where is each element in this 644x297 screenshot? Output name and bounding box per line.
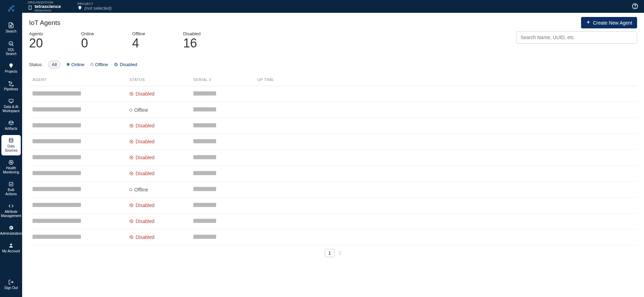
table-row[interactable]: Disabled (29, 198, 637, 214)
sidebar-item-pipelines[interactable]: Pipelines (1, 78, 21, 94)
agent-name-redacted (33, 171, 81, 175)
stat-online-value: 0 (81, 36, 94, 50)
agent-name-redacted (33, 91, 81, 96)
plus-icon (586, 20, 591, 26)
help-icon[interactable] (632, 3, 638, 10)
col-status[interactable]: STATUS (129, 78, 193, 82)
box-icon (8, 120, 14, 126)
table-row[interactable]: Offline (29, 102, 637, 118)
filter-label: Status (29, 62, 42, 67)
sidebar-item-my-account[interactable]: My Account (1, 240, 21, 256)
col-uptime[interactable]: UP TIME (257, 78, 634, 82)
online-dot-icon (67, 63, 70, 66)
status-filter: Status All Online Offline Disabled (29, 61, 637, 69)
serial-redacted (193, 219, 216, 223)
status-disabled-badge: Disabled (129, 155, 154, 160)
svg-point-28 (635, 7, 635, 8)
sidebar-item-attribute-management[interactable]: Attribute Management (1, 200, 21, 221)
project-value: (not selected) (84, 6, 112, 11)
stat-agents-label: Agents (29, 31, 43, 36)
status-disabled-badge: Disabled (129, 218, 154, 224)
col-agent[interactable]: AGENT (33, 78, 129, 82)
status-disabled-badge: Disabled (129, 234, 154, 240)
svg-point-20 (10, 244, 12, 245)
sidebar-item-artifacts[interactable]: Artifacts (1, 117, 21, 134)
stat-disabled: Disabled 16 (183, 31, 201, 50)
svg-line-44 (130, 204, 133, 206)
ban-icon (114, 63, 118, 66)
table-row[interactable]: Disabled (29, 230, 637, 245)
svg-line-6 (11, 8, 12, 10)
heartbeat-icon (8, 160, 14, 165)
svg-line-10 (12, 45, 13, 46)
svg-line-8 (11, 26, 12, 27)
search-input[interactable] (516, 31, 637, 44)
sidebar-item-label: Data Sources (2, 144, 20, 153)
stat-agents: Agents 20 (29, 31, 43, 50)
sidebar-item-label: SQL Search (2, 48, 20, 56)
sidebar-item-label: Bulk Actions (2, 188, 20, 196)
sidebar-item-bulk-actions[interactable]: Bulk Actions (1, 179, 21, 199)
sidebar-item-projects[interactable]: Projects (1, 60, 21, 76)
gear-icon (8, 225, 14, 231)
svg-line-36 (130, 124, 133, 127)
serial-redacted (193, 187, 216, 191)
sql-search-icon: Q (8, 40, 14, 47)
sidebar-item-sql-search[interactable]: Q SQL Search (1, 38, 21, 59)
agent-name-redacted (33, 139, 81, 143)
file-search-icon (8, 22, 14, 28)
sidebar-item-health-monitoring[interactable]: Health Monitoring (1, 157, 21, 177)
pagination: 1 2 (29, 245, 637, 257)
stat-online-label: Online (81, 31, 94, 36)
create-new-agent-button[interactable]: Create New Agent (581, 17, 637, 28)
agent-name-redacted (33, 155, 81, 159)
agent-name-redacted (33, 235, 81, 239)
sidebar-item-label: Search (6, 29, 17, 34)
project-selector[interactable]: PROJECT (not selected) (77, 2, 112, 11)
agent-name-redacted (33, 107, 81, 111)
sidebar-item-label: Data & AI Workspace (2, 105, 20, 113)
monitor-icon (8, 98, 14, 104)
table-row[interactable]: Disabled (29, 150, 637, 166)
sidebar-item-label: Artifacts (5, 127, 17, 131)
sidebar-item-label: Administration (0, 232, 22, 236)
serial-redacted (193, 155, 216, 159)
col-serial[interactable]: SERIAL # (193, 78, 257, 82)
sidebar-item-administration[interactable]: Administration (1, 222, 21, 238)
table-row[interactable]: Disabled (29, 86, 637, 102)
lightbulb-icon (8, 63, 14, 69)
svg-rect-19 (9, 182, 13, 186)
tags-icon (8, 203, 14, 209)
filter-offline[interactable]: Offline (91, 62, 108, 67)
org-selector[interactable]: ORGANIZATION tetrascience tetrascience (28, 1, 61, 12)
sidebar-item-data-ai-workspace[interactable]: Data & AI Workspace (1, 96, 21, 116)
stat-agents-value: 20 (29, 36, 43, 50)
filter-online[interactable]: Online (67, 62, 84, 67)
table-row[interactable]: Disabled (29, 118, 637, 134)
stat-disabled-value: 16 (183, 36, 201, 50)
serial-redacted (193, 171, 216, 175)
table-row[interactable]: Disabled (29, 166, 637, 182)
table-row[interactable]: Disabled (29, 214, 637, 230)
stat-offline: Offline 4 (132, 31, 145, 50)
filter-all[interactable]: All (48, 61, 61, 69)
building-icon (28, 5, 33, 11)
filter-disabled[interactable]: Disabled (114, 62, 137, 67)
page-title: IoT Agents (29, 19, 61, 27)
main-content: IoT Agents Create New Agent Agents 20 On… (22, 13, 644, 297)
serial-redacted (193, 91, 216, 96)
serial-redacted (193, 123, 216, 127)
sidebar-item-sign-out[interactable]: Sign Out (1, 277, 21, 293)
sidebar-item-search[interactable]: Search (1, 19, 21, 36)
sidebar: Search Q SQL Search Projects Pipelines D… (0, 0, 22, 297)
svg-point-17 (9, 138, 13, 140)
status-disabled-badge: Disabled (129, 91, 154, 97)
table-row[interactable]: Offline (29, 182, 637, 198)
page-current[interactable]: 1 (325, 249, 334, 257)
stat-offline-label: Offline (132, 31, 145, 36)
project-label: PROJECT (77, 2, 112, 6)
sidebar-item-data-sources[interactable]: Data Sources (1, 135, 21, 155)
sidebar-item-label: Pipelines (4, 87, 18, 91)
table-row[interactable]: Disabled (29, 134, 637, 150)
page-next[interactable]: 2 (339, 250, 341, 256)
